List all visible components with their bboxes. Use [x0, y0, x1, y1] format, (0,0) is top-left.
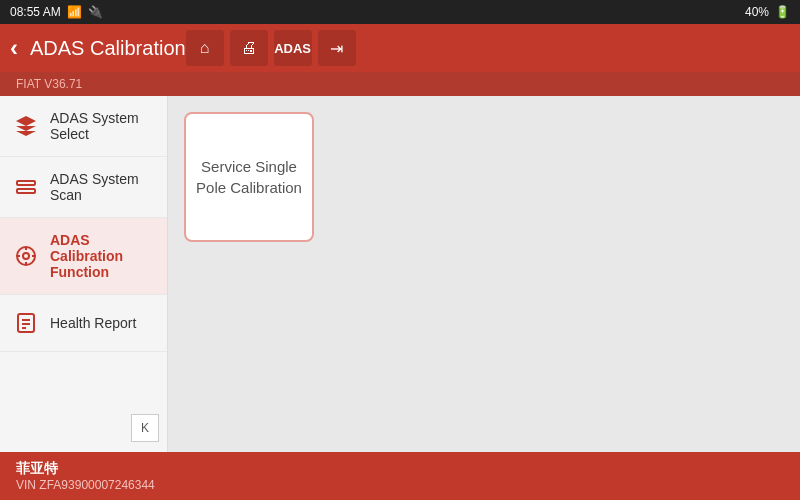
- svg-rect-0: [17, 181, 35, 185]
- vin-label: VIN: [16, 478, 36, 492]
- home-button[interactable]: ⌂: [186, 30, 224, 66]
- sidebar: ADAS System Select ADAS System Scan ADAS…: [0, 96, 168, 452]
- battery-display: 40%: [745, 5, 769, 19]
- footer-vin: VIN ZFA93900007246344: [16, 478, 155, 492]
- header-title: ADAS Calibration: [30, 37, 186, 60]
- svg-rect-1: [17, 189, 35, 193]
- status-bar: 08:55 AM 📶 🔌 40% 🔋: [0, 0, 800, 24]
- status-right: 40% 🔋: [745, 5, 790, 19]
- back-button[interactable]: ADAS Calibration: [10, 34, 186, 62]
- print-icon: 🖨: [241, 39, 257, 57]
- sidebar-item-adas-calibration-function[interactable]: ADAS Calibration Function: [0, 218, 167, 295]
- adas-button[interactable]: ADAS: [274, 30, 312, 66]
- footer-content: 菲亚特 VIN ZFA93900007246344: [16, 460, 155, 492]
- print-button[interactable]: 🖨: [230, 30, 268, 66]
- time-display: 08:55 AM: [10, 5, 61, 19]
- collapse-icon: K: [141, 421, 149, 435]
- home-icon: ⌂: [200, 39, 210, 57]
- battery-icon: 🔋: [775, 5, 790, 19]
- sidebar-item-adas-system-scan-label: ADAS System Scan: [50, 171, 155, 203]
- sidebar-item-adas-system-select-label: ADAS System Select: [50, 110, 155, 142]
- adas-icon: ADAS: [274, 41, 311, 56]
- health-report-icon: [12, 309, 40, 337]
- adas-system-select-icon: [12, 112, 40, 140]
- sidebar-item-adas-system-select[interactable]: ADAS System Select: [0, 96, 167, 157]
- sidebar-item-health-report[interactable]: Health Report: [0, 295, 167, 352]
- usb-icon: 🔌: [88, 5, 103, 19]
- header: ADAS Calibration ⌂ 🖨 ADAS ⇥: [0, 24, 800, 72]
- exit-icon: ⇥: [330, 39, 343, 58]
- sidebar-item-adas-calibration-label: ADAS Calibration Function: [50, 232, 155, 280]
- back-icon: [10, 34, 18, 62]
- adas-system-scan-icon: [12, 173, 40, 201]
- vin-value: ZFA93900007246344: [39, 478, 154, 492]
- sidebar-collapse-button[interactable]: K: [131, 414, 159, 442]
- calibration-card-service-single-pole[interactable]: Service Single Pole Calibration: [184, 112, 314, 242]
- sidebar-item-health-report-label: Health Report: [50, 315, 136, 331]
- version-label: FIAT V36.71: [16, 77, 82, 91]
- svg-point-3: [23, 253, 29, 259]
- wifi-icon: 📶: [67, 5, 82, 19]
- status-left: 08:55 AM 📶 🔌: [10, 5, 103, 19]
- calibration-card-label: Service Single Pole Calibration: [196, 156, 302, 198]
- footer: 菲亚特 VIN ZFA93900007246344: [0, 452, 800, 500]
- header-icons: ⌂ 🖨 ADAS ⇥: [186, 30, 356, 66]
- adas-calibration-icon: [12, 242, 40, 270]
- footer-brand: 菲亚特: [16, 460, 155, 478]
- main-content: ADAS System Select ADAS System Scan ADAS…: [0, 96, 800, 452]
- content-area: Service Single Pole Calibration: [168, 96, 800, 452]
- exit-button[interactable]: ⇥: [318, 30, 356, 66]
- sidebar-item-adas-system-scan[interactable]: ADAS System Scan: [0, 157, 167, 218]
- sub-header: FIAT V36.71: [0, 72, 800, 96]
